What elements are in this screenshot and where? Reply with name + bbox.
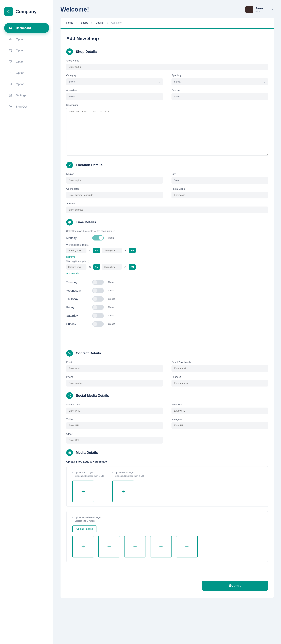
gallery-tile[interactable]: +: [176, 536, 198, 558]
user-name: Raees: [255, 7, 263, 10]
ampm-toggle[interactable]: AM: [129, 264, 135, 270]
postal-input[interactable]: [171, 192, 268, 198]
slot-label: Working Hours (slot-1): [66, 244, 268, 246]
phone2-input[interactable]: [171, 380, 268, 386]
day-toggle[interactable]: [92, 235, 104, 240]
gallery-tile[interactable]: +: [124, 536, 146, 558]
switch-state: Closed: [108, 306, 115, 308]
nav-signout[interactable]: Sign Out: [4, 102, 49, 112]
day-toggle[interactable]: [92, 305, 104, 310]
nav-option-5[interactable]: Option: [4, 79, 49, 89]
hero-bullets: Upload Hero Image Size should be less th…: [112, 471, 144, 478]
nav-label: Option: [16, 49, 24, 52]
section-title: Shop Details: [76, 50, 97, 54]
specialty-label: Specialty: [171, 74, 268, 77]
amenities-select[interactable]: Select ⌄: [66, 93, 163, 100]
website-input[interactable]: [66, 408, 163, 414]
content-card: Home ❯ Shops ❯ Details ❯ Add New Add New…: [61, 18, 274, 598]
select-value: Select: [174, 95, 180, 98]
day-toggle[interactable]: [92, 313, 104, 318]
upload-hero-tile[interactable]: +: [112, 480, 134, 502]
cart-icon: [8, 48, 13, 52]
breadcrumb-item[interactable]: Details: [96, 21, 103, 24]
postal-label: Postal Code: [171, 188, 268, 190]
upload-logo-tile[interactable]: +: [72, 480, 94, 502]
chevron-right-icon: ❯: [91, 22, 93, 24]
day-label: Friday: [66, 306, 88, 309]
shop-name-input[interactable]: [66, 64, 268, 70]
nav-option-1[interactable]: Option: [4, 34, 49, 44]
plus-icon: +: [81, 543, 85, 550]
service-label: Service: [171, 89, 268, 92]
ampm-toggle[interactable]: AM: [93, 264, 100, 270]
closing-time-input[interactable]: [102, 264, 122, 270]
twitter-label: Twitter: [66, 418, 163, 421]
user-menu[interactable]: Raees Admin: [245, 6, 274, 13]
nav-option-4[interactable]: Option: [4, 68, 49, 78]
email2-input[interactable]: [171, 365, 268, 372]
instagram-label: Instagram: [171, 418, 268, 421]
address-input[interactable]: [66, 206, 268, 213]
nav-label: Option: [16, 82, 24, 86]
shop-name-label: Shop Name: [66, 59, 268, 62]
nav-settings[interactable]: Settings: [4, 90, 49, 100]
day-toggle[interactable]: [92, 288, 104, 293]
phone-icon: [66, 350, 73, 356]
day-thursday: Thursday Closed: [66, 296, 268, 302]
city-select[interactable]: Select ⌄: [171, 177, 268, 184]
switch-state: Closed: [108, 281, 115, 284]
ampm-toggle[interactable]: AM: [93, 248, 100, 253]
add-slot-link[interactable]: Add new slot: [66, 272, 80, 275]
chevron-down-icon: ⌄: [263, 179, 265, 182]
breadcrumb: Home ❯ Shops ❯ Details ❯ Add New: [61, 18, 274, 29]
description-textarea[interactable]: [66, 108, 268, 156]
section-contact-details: Contact Details: [66, 350, 268, 356]
email-input[interactable]: [66, 365, 163, 372]
service-select[interactable]: Select ⌄: [171, 93, 268, 100]
day-toggle[interactable]: [92, 322, 104, 326]
other-input[interactable]: [66, 437, 163, 444]
category-select[interactable]: Select ⌄: [66, 78, 163, 85]
day-toggle[interactable]: [92, 296, 104, 302]
plus-icon: +: [133, 543, 137, 550]
day-saturday: Saturday Closed: [66, 313, 268, 318]
user-role: Admin: [255, 10, 263, 12]
nav-dashboard[interactable]: Dashboard: [4, 23, 49, 33]
plus-icon: +: [159, 543, 163, 550]
city-label: City: [171, 173, 268, 176]
remove-slot-link[interactable]: Remove: [66, 256, 75, 258]
clear-icon[interactable]: ✕: [124, 249, 127, 252]
upload-images-button[interactable]: Upload Images: [72, 526, 97, 532]
submit-button[interactable]: Submit: [202, 581, 268, 590]
opening-time-input[interactable]: [66, 264, 87, 270]
chevron-right-icon: ❯: [76, 22, 78, 24]
gallery-tile[interactable]: +: [72, 536, 94, 558]
svg-point-1: [11, 52, 12, 52]
gallery-bullets: Upload any relevant images Select up to …: [72, 516, 262, 522]
gallery-tile[interactable]: +: [150, 536, 172, 558]
facebook-input[interactable]: [171, 408, 268, 414]
opening-time-input[interactable]: [66, 248, 87, 253]
svg-point-6: [69, 395, 69, 396]
breadcrumb-item[interactable]: Shops: [81, 21, 88, 24]
nav-option-3[interactable]: Option: [4, 57, 49, 66]
clear-icon[interactable]: ✕: [88, 266, 92, 268]
clear-icon[interactable]: ✕: [88, 249, 92, 252]
clear-icon[interactable]: ✕: [124, 266, 127, 268]
region-input[interactable]: [66, 177, 163, 184]
day-toggle[interactable]: [92, 280, 104, 285]
ampm-toggle[interactable]: AM: [129, 248, 135, 253]
instagram-input[interactable]: [171, 422, 268, 429]
closing-time-input[interactable]: [102, 248, 122, 253]
twitter-input[interactable]: [66, 422, 163, 429]
image-icon: [66, 449, 73, 456]
nav-option-2[interactable]: Option: [4, 46, 49, 55]
section-title: Contact Details: [76, 351, 101, 355]
specialty-select[interactable]: Select ⌄: [171, 78, 268, 85]
email-label: Email: [66, 361, 163, 364]
pie-chart-icon: [8, 26, 13, 30]
breadcrumb-item[interactable]: Home: [66, 21, 73, 24]
coordinates-input[interactable]: [66, 192, 163, 198]
gallery-tile[interactable]: +: [98, 536, 120, 558]
phone-input[interactable]: [66, 380, 163, 386]
